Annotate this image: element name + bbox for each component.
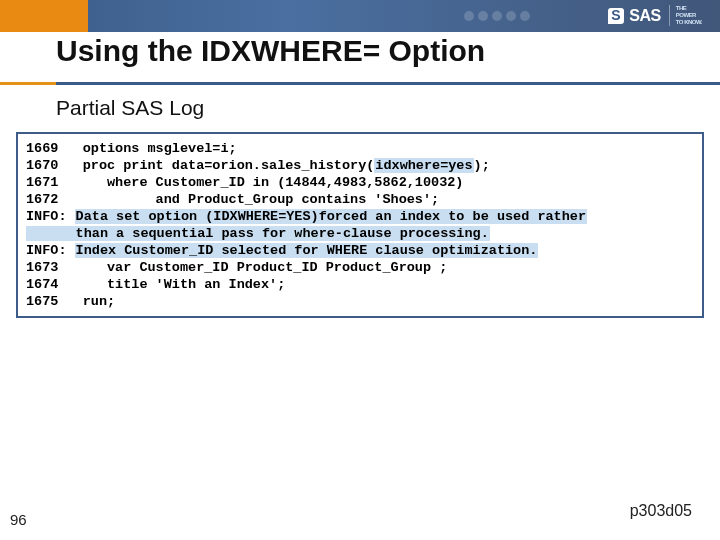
footer-code: p303d05 [630,502,692,520]
title-underline-accent [0,82,56,85]
sas-log-content: 1669 options msglevel=i; 1670 proc print… [26,140,694,310]
brand-name: SAS [629,7,660,25]
sas-logo: SAS THE POWER TO KNOW. [608,5,702,26]
brand-tagline: THE POWER TO KNOW. [669,5,702,26]
highlight-idxwhere: idxwhere=yes [374,158,473,173]
banner-accent [0,0,88,32]
banner-dots [464,11,530,21]
top-banner: SAS THE POWER TO KNOW. [0,0,720,32]
highlight-info1b: than a sequential pass for where-clause … [26,226,490,241]
title-underline [0,82,720,85]
highlight-info2: Index Customer_ID selected for WHERE cla… [75,243,539,258]
page-number: 96 [10,511,27,528]
page-title: Using the IDXWHERE= Option [56,34,485,68]
sas-mark-icon [608,8,624,24]
sas-log-box: 1669 options msglevel=i; 1670 proc print… [16,132,704,318]
slide: SAS THE POWER TO KNOW. Using the IDXWHER… [0,0,720,540]
subtitle: Partial SAS Log [56,96,204,120]
highlight-info1a: Data set option (IDXWHERE=YES)forced an … [75,209,587,224]
